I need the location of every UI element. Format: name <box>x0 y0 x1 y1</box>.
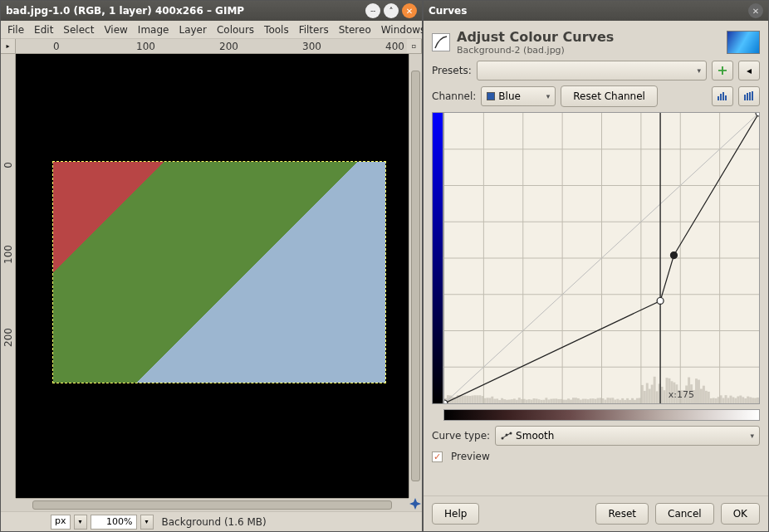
add-preset-button[interactable]: + <box>712 61 733 81</box>
svg-rect-26 <box>488 398 491 403</box>
curve-area: x:175 <box>432 112 760 404</box>
zoom-input[interactable] <box>91 515 137 530</box>
svg-rect-52 <box>552 398 555 403</box>
channel-label: Channel: <box>432 90 476 102</box>
menu-colours[interactable]: Colours <box>212 22 259 37</box>
svg-rect-128 <box>739 396 742 403</box>
channel-color-swatch <box>487 92 495 100</box>
vertical-ruler[interactable]: 0100200 <box>1 54 16 498</box>
input-gradient[interactable] <box>443 409 760 421</box>
svg-rect-93 <box>654 377 656 403</box>
svg-rect-125 <box>732 397 734 403</box>
dialog-close-icon[interactable]: ✕ <box>748 3 763 18</box>
svg-rect-59 <box>570 400 572 403</box>
dialog-titlebar[interactable]: Curves ✕ <box>424 1 768 21</box>
ruler-origin-toggle[interactable]: ▸ <box>1 39 16 53</box>
svg-rect-130 <box>744 398 747 403</box>
preset-menu-button[interactable]: ◂ <box>738 61 760 81</box>
svg-rect-49 <box>545 398 547 403</box>
menu-filters[interactable]: Filters <box>294 22 334 37</box>
svg-rect-77 <box>614 400 616 403</box>
image-canvas[interactable] <box>16 54 409 498</box>
svg-rect-0 <box>718 96 719 100</box>
channel-select[interactable]: Blue ▾ <box>481 86 556 106</box>
menu-view[interactable]: View <box>99 22 132 37</box>
gimp-image-window: bad.jpg-1.0 (RGB, 1 layer) 400x266 – GIM… <box>0 0 423 532</box>
svg-rect-92 <box>651 385 654 403</box>
svg-point-154 <box>670 252 677 259</box>
menu-stereo[interactable]: Stereo <box>334 22 376 37</box>
quickmask-icon[interactable]: ▫ <box>407 39 422 53</box>
titlebar[interactable]: bad.jpg-1.0 (RGB, 1 layer) 400x266 – GIM… <box>1 1 422 21</box>
horizontal-ruler[interactable]: 0100200300400 <box>16 39 407 54</box>
presets-select[interactable]: ▾ <box>477 61 707 81</box>
svg-rect-7 <box>752 91 753 100</box>
curve-canvas[interactable]: x:175 <box>443 112 760 404</box>
svg-rect-74 <box>606 398 609 403</box>
scroll-bottom-row <box>1 498 422 511</box>
histogram-log-button[interactable] <box>738 86 760 106</box>
svg-rect-134 <box>754 398 757 403</box>
close-icon[interactable]: ✕ <box>402 3 417 18</box>
svg-rect-43 <box>531 400 533 403</box>
menu-file[interactable]: File <box>2 22 29 37</box>
reset-channel-button[interactable]: Reset Channel <box>561 85 658 107</box>
help-button[interactable]: Help <box>432 503 479 525</box>
svg-rect-65 <box>585 399 587 403</box>
cancel-button[interactable]: Cancel <box>655 503 714 525</box>
svg-rect-85 <box>634 400 636 403</box>
svg-rect-1 <box>720 94 722 100</box>
svg-rect-81 <box>624 400 626 403</box>
unit-dropdown-icon[interactable]: ▾ <box>74 515 87 530</box>
menu-layer[interactable]: Layer <box>174 22 211 37</box>
menu-image[interactable]: Image <box>133 22 174 37</box>
minimize-icon[interactable]: ╌ <box>365 3 380 18</box>
horizontal-scrollbar[interactable] <box>16 498 409 511</box>
zoom-dropdown-icon[interactable]: ▾ <box>140 515 154 530</box>
svg-rect-41 <box>526 400 528 403</box>
svg-rect-21 <box>476 395 478 403</box>
svg-rect-79 <box>619 400 621 403</box>
svg-rect-16 <box>464 396 467 403</box>
svg-rect-28 <box>493 399 496 403</box>
canvas-row: 0100200 <box>1 54 422 498</box>
svg-rect-62 <box>577 398 580 403</box>
quickmask-corner[interactable] <box>1 498 16 511</box>
preview-checkbox[interactable]: ✓ <box>432 451 443 462</box>
preview-label: Preview <box>451 451 490 462</box>
curve-readout: x:175 <box>669 389 694 400</box>
svg-rect-17 <box>467 396 469 403</box>
menu-edit[interactable]: Edit <box>29 22 58 37</box>
histogram-linear-button[interactable] <box>712 86 733 106</box>
unit-select[interactable]: px <box>51 515 71 530</box>
svg-rect-75 <box>609 398 611 403</box>
svg-point-153 <box>657 297 664 304</box>
svg-rect-84 <box>631 398 634 403</box>
curves-dialog: Curves ✕ Adjust Colour Curves Background… <box>423 0 769 532</box>
svg-rect-33 <box>506 400 508 403</box>
svg-rect-29 <box>496 398 498 403</box>
svg-rect-45 <box>536 398 538 403</box>
menu-tools[interactable]: Tools <box>259 22 294 37</box>
maximize-icon[interactable]: ˄ <box>384 3 399 18</box>
svg-rect-3 <box>725 95 727 100</box>
vertical-scrollbar[interactable] <box>409 54 422 498</box>
svg-rect-4 <box>744 95 746 100</box>
reset-button[interactable]: Reset <box>595 503 649 525</box>
svg-rect-5 <box>747 93 748 100</box>
menu-select[interactable]: Select <box>58 22 99 37</box>
output-gradient[interactable] <box>432 112 443 404</box>
svg-rect-60 <box>572 398 575 403</box>
svg-rect-121 <box>722 398 725 403</box>
svg-rect-31 <box>501 398 503 403</box>
window-title: bad.jpg-1.0 (RGB, 1 layer) 400x266 – GIM… <box>6 5 244 17</box>
svg-rect-123 <box>727 398 730 403</box>
svg-rect-22 <box>478 395 481 403</box>
svg-rect-25 <box>486 398 488 403</box>
curve-type-select[interactable]: Smooth ▾ <box>495 426 760 446</box>
svg-rect-126 <box>734 398 737 403</box>
svg-rect-86 <box>636 398 639 403</box>
navigation-icon[interactable] <box>409 498 422 511</box>
ok-button[interactable]: OK <box>721 503 760 525</box>
svg-rect-67 <box>590 398 592 403</box>
